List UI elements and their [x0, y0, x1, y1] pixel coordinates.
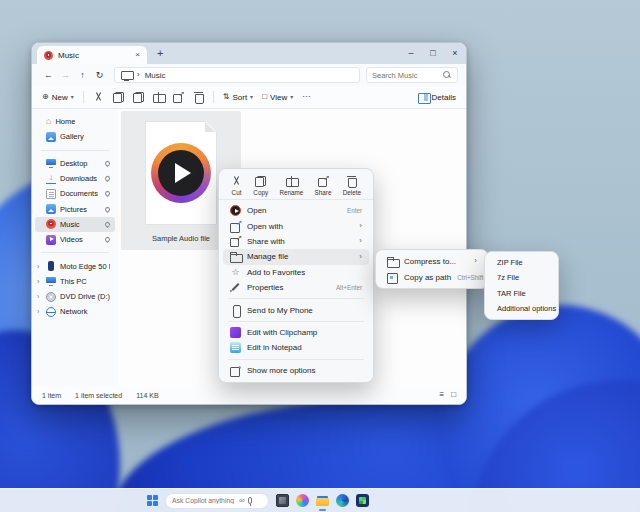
close-button[interactable]: × [444, 44, 466, 64]
media-player-icon [230, 205, 241, 216]
search-input[interactable] [372, 71, 440, 80]
details-button[interactable]: Details [418, 92, 456, 103]
menu-item-properties[interactable]: Properties Alt+Enter [223, 280, 369, 295]
menu-item-compress-to[interactable]: Compress to... › [380, 253, 484, 269]
more-options-icon[interactable]: ⋯ [302, 93, 310, 101]
page-fold [205, 122, 215, 132]
task-view-button[interactable] [276, 494, 289, 507]
submenu-chevron-icon: › [359, 222, 362, 230]
sidebar-item-dvd-drive[interactable]: › DVD Drive (D:) CCC [35, 289, 115, 304]
rename-icon [286, 176, 297, 187]
sidebar-item-music[interactable]: Music [35, 217, 115, 232]
breadcrumb-chevron-icon: › [137, 71, 140, 79]
play-icon [175, 163, 191, 183]
copilot-search-bar[interactable]: ∞ [165, 493, 269, 509]
new-plus-icon: ⊕ [42, 93, 49, 101]
toolbar-divider [213, 91, 214, 103]
sort-icon: ⇅ [223, 93, 230, 101]
expand-chevron-icon[interactable]: › [37, 263, 39, 270]
menu-item-show-more-options[interactable]: Show more options [223, 363, 369, 378]
pin-icon [104, 190, 111, 197]
details-view-icon[interactable]: ≡ [439, 391, 444, 399]
forward-icon[interactable]: → [57, 67, 74, 83]
tab-music[interactable]: Music × [37, 46, 147, 64]
menu-item-open[interactable]: Open Enter [223, 203, 369, 218]
menu-item-edit-with-clipchamp[interactable]: Edit with Clipchamp [223, 325, 369, 340]
share-button[interactable]: Share [315, 176, 332, 196]
sidebar-item-this-pc[interactable]: › This PC [35, 274, 115, 289]
sidebar-item-documents[interactable]: Documents [35, 186, 115, 201]
menu-item-share-with[interactable]: Share with › [223, 234, 369, 249]
menu-item-edit-in-notepad[interactable]: Edit in Notepad [223, 340, 369, 355]
microsoft-store-icon[interactable] [356, 494, 369, 507]
edge-browser-icon[interactable] [336, 494, 349, 507]
copy-icon [255, 176, 266, 187]
paste-icon[interactable] [133, 92, 144, 103]
cut-button[interactable]: Cut [231, 176, 242, 196]
menu-item-additional-options[interactable]: Additional options [489, 301, 554, 316]
sidebar-item-home[interactable]: ⌂ Home [35, 114, 115, 129]
share-with-icon [230, 236, 241, 247]
menu-item-send-to-my-phone[interactable]: Send to My Phone [223, 302, 369, 317]
view-label: View [270, 93, 287, 102]
large-icons-view-icon[interactable]: □ [451, 391, 456, 399]
sidebar-item-gallery[interactable]: Gallery [35, 129, 115, 144]
sidebar-item-desktop[interactable]: Desktop [35, 156, 115, 171]
copilot-logo-icon: ∞ [239, 497, 245, 505]
new-tab-button[interactable]: + [157, 48, 163, 59]
submenu-chevron-icon: › [359, 253, 362, 261]
share-icon[interactable] [173, 92, 184, 103]
file-name: Sample Audio file [152, 234, 210, 243]
menu-item-add-to-favorites[interactable]: ☆ Add to Favorites [223, 265, 369, 280]
start-button[interactable] [147, 495, 158, 506]
microphone-icon[interactable] [248, 497, 252, 504]
menu-item-copy-as-path[interactable]: Copy as path Ctrl+Shift+C [380, 269, 484, 285]
copilot-search-input[interactable] [172, 497, 236, 504]
sidebar-item-downloads[interactable]: ↓ Downloads [35, 171, 115, 186]
cut-icon[interactable] [93, 92, 104, 103]
new-button[interactable]: ⊕ New ▾ [42, 93, 74, 102]
pin-icon [104, 160, 111, 167]
menu-divider [228, 321, 364, 322]
file-explorer-taskbar-icon[interactable] [316, 494, 329, 507]
sidebar-item-moto-edge[interactable]: › Moto Edge 50 Neo [35, 258, 115, 273]
copy-as-path-icon [387, 272, 398, 283]
breadcrumb[interactable]: › Music [114, 67, 360, 83]
sidebar-item-pictures[interactable]: Pictures [35, 201, 115, 216]
minimize-button[interactable]: – [400, 44, 422, 64]
sidebar-item-network[interactable]: › Network [35, 304, 115, 319]
expand-chevron-icon[interactable]: › [37, 278, 39, 285]
properties-icon [230, 282, 241, 293]
media-core [158, 150, 204, 196]
documents-icon [46, 189, 56, 199]
rename-button[interactable]: Rename [279, 176, 303, 196]
selection-size: 114 KB [136, 392, 158, 399]
up-icon[interactable]: ↑ [74, 67, 91, 83]
menu-item-manage-file[interactable]: Manage file › [223, 249, 369, 264]
copilot-app-icon[interactable] [296, 494, 309, 507]
rename-icon[interactable] [153, 92, 164, 103]
back-icon[interactable]: ← [40, 67, 57, 83]
view-button[interactable]: □ View ▾ [262, 93, 293, 102]
menu-item-7z-file[interactable]: 7z File [489, 270, 554, 285]
tab-title: Music [58, 51, 79, 60]
maximize-button[interactable]: □ [422, 44, 444, 64]
delete-button[interactable]: Delete [343, 176, 361, 196]
menu-item-tar-file[interactable]: TAR File [489, 286, 554, 301]
sidebar-item-videos[interactable]: Videos [35, 232, 115, 247]
dvd-drive-icon [46, 292, 56, 302]
expand-chevron-icon[interactable]: › [37, 293, 39, 300]
sort-button[interactable]: ⇅ Sort ▾ [223, 93, 253, 102]
copy-icon[interactable] [113, 92, 124, 103]
navigation-bar: ← → ↑ ↻ › Music [32, 64, 466, 86]
delete-icon[interactable] [193, 92, 204, 103]
copy-button[interactable]: Copy [253, 176, 268, 196]
refresh-icon[interactable]: ↻ [91, 67, 108, 83]
expand-chevron-icon[interactable]: › [37, 308, 39, 315]
breadcrumb-location[interactable]: Music [145, 71, 166, 80]
menu-item-zip-file[interactable]: ZIP File [489, 255, 554, 270]
compress-folder-icon [387, 256, 398, 267]
desktop: Music × + – □ × ← → ↑ ↻ › Music [0, 0, 640, 512]
tab-close-icon[interactable]: × [135, 51, 140, 59]
menu-item-open-with[interactable]: Open with › [223, 218, 369, 233]
